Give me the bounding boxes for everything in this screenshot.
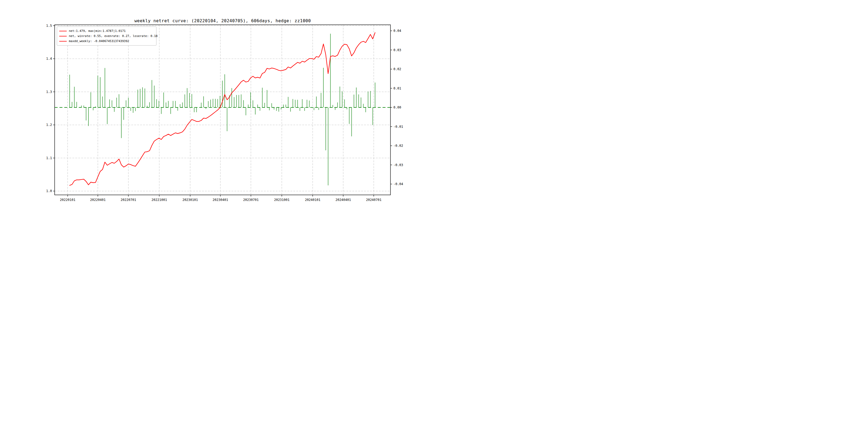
- weekly-return-bar: [349, 107, 350, 124]
- weekly-return-bar: [361, 97, 362, 107]
- weekly-return-bar: [161, 107, 161, 114]
- weekly-return-bar: [86, 107, 87, 121]
- weekly-return-bar: [307, 100, 307, 107]
- weekly-return-bar: [126, 100, 126, 107]
- weekly-return-bar: [375, 83, 375, 107]
- weekly-return-bar: [191, 94, 192, 107]
- weekly-return-bar: [271, 103, 272, 107]
- weekly-return-bar: [373, 107, 373, 125]
- y-left-tick-label: 1.0: [46, 189, 52, 193]
- x-tick-label: 20230101: [182, 198, 198, 202]
- weekly-return-bar: [279, 107, 279, 112]
- weekly-return-bar: [274, 107, 274, 110]
- weekly-return-bar: [330, 34, 331, 107]
- weekly-return-bar: [199, 107, 199, 108]
- weekly-return-bar: [201, 103, 202, 107]
- y-left-tick-label: 1.5: [46, 24, 52, 28]
- weekly-return-bar: [97, 75, 98, 107]
- weekly-return-bar: [236, 95, 237, 107]
- weekly-return-bar: [109, 99, 110, 107]
- weekly-return-bar: [290, 107, 291, 112]
- y-left-tick-label: 1.2: [46, 123, 52, 127]
- weekly-return-bar: [239, 95, 239, 107]
- weekly-return-bar: [333, 105, 333, 107]
- net-curve-line: [70, 33, 375, 185]
- weekly-return-bar: [218, 99, 218, 107]
- weekly-return-bar: [370, 91, 371, 107]
- weekly-return-bar: [149, 102, 150, 107]
- weekly-return-bar: [107, 107, 108, 124]
- weekly-return-bar: [213, 99, 213, 107]
- weekly-return-bar: [328, 107, 329, 185]
- weekly-return-bar: [88, 107, 89, 126]
- x-tick-label: 20230401: [213, 198, 228, 202]
- weekly-return-bar: [215, 99, 216, 107]
- y-right-tick-label: -0.02: [394, 144, 403, 148]
- weekly-return-bar: [288, 97, 288, 107]
- weekly-return-bar: [142, 87, 143, 107]
- y-left-tick-label: 1.3: [46, 90, 52, 94]
- weekly-return-bar: [210, 100, 211, 107]
- weekly-return-bar: [180, 104, 180, 107]
- weekly-return-bar: [342, 91, 343, 107]
- x-tick-label: 20230701: [243, 198, 259, 202]
- weekly-return-bar: [100, 77, 100, 107]
- weekly-return-bar: [241, 94, 241, 107]
- weekly-return-bar: [159, 101, 159, 107]
- y-left-tick-label: 1.4: [46, 57, 52, 61]
- weekly-return-bar: [302, 99, 303, 107]
- weekly-return-bar: [135, 107, 136, 111]
- weekly-return-bar: [84, 105, 84, 107]
- legend-item-net: net:1.479, max|min:1.4787|1.0171: [59, 28, 154, 33]
- weekly-return-bar: [102, 96, 103, 107]
- weekly-return-bar: [79, 107, 79, 108]
- y-right-tick-label: 0.01: [394, 87, 401, 90]
- weekly-return-bar: [168, 101, 169, 107]
- weekly-return-bar: [163, 92, 164, 107]
- weekly-return-bar: [140, 89, 141, 107]
- y-right-tick-label: 0.03: [394, 48, 401, 52]
- weekly-return-bar: [300, 107, 300, 111]
- y-right-tick-label: -0.03: [394, 163, 403, 167]
- weekly-return-bar: [227, 107, 227, 131]
- weekly-return-bar: [234, 97, 235, 107]
- weekly-return-bar: [257, 104, 258, 107]
- y-right-tick-label: -0.01: [394, 125, 403, 129]
- weekly-return-bar: [95, 106, 96, 107]
- x-tick-label: 20220101: [60, 198, 75, 202]
- weekly-return-bar: [147, 106, 148, 107]
- weekly-return-bar: [194, 107, 194, 112]
- weekly-return-bar: [246, 107, 246, 115]
- weekly-return-bar: [298, 100, 298, 107]
- legend-label: net, winrate: 0.55, evenrate: 0.27, lose…: [69, 34, 157, 38]
- weekly-return-bar: [114, 107, 115, 112]
- x-tick-label: 20220701: [121, 198, 136, 202]
- weekly-return-bar: [81, 105, 82, 107]
- weekly-return-bar: [309, 100, 310, 107]
- legend: net:1.479, max|min:1.4787|1.0171 net, wi…: [57, 27, 156, 45]
- weekly-return-bar: [359, 94, 359, 107]
- weekly-return-bar: [124, 107, 124, 120]
- x-tick-label: 20240401: [335, 198, 351, 202]
- weekly-return-bar: [112, 100, 112, 107]
- weekly-return-bar: [312, 107, 312, 108]
- x-tick-label: 20221001: [152, 198, 167, 202]
- weekly-return-bar: [365, 107, 366, 112]
- weekly-return-bar: [182, 102, 183, 107]
- weekly-return-bar: [121, 107, 122, 138]
- weekly-return-bar: [326, 107, 326, 150]
- weekly-return-bar: [231, 88, 232, 107]
- weekly-return-bar: [93, 107, 93, 111]
- weekly-return-bar: [316, 96, 317, 107]
- chart-title: weekly netret curve: (20220104, 20240705…: [55, 18, 391, 23]
- figure-canvas: weekly netret curve: (20220104, 20240705…: [0, 0, 434, 217]
- weekly-return-bar: [74, 87, 75, 107]
- weekly-return-bar: [340, 87, 340, 107]
- weekly-return-bar: [262, 88, 262, 107]
- red-line-swatch-icon: [59, 36, 67, 36]
- weekly-return-bar: [117, 98, 117, 107]
- weekly-return-bar: [189, 93, 190, 107]
- weekly-return-bar: [335, 107, 335, 110]
- weekly-return-bar: [105, 68, 105, 107]
- weekly-return-bar: [243, 100, 244, 107]
